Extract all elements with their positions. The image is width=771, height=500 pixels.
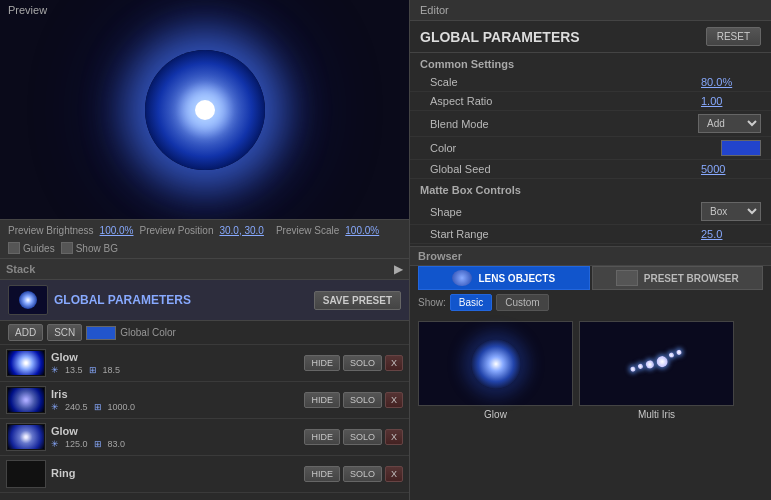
glow-preview bbox=[471, 339, 521, 389]
shape-label: Shape bbox=[430, 206, 701, 218]
layer-info: Glow ✳ 13.5 ⊞ 18.5 bbox=[51, 351, 299, 375]
scale-label: Scale bbox=[430, 76, 701, 88]
layer-thumb-iris bbox=[6, 386, 46, 414]
matte-box-title: Matte Box Controls bbox=[410, 179, 771, 199]
global-color-label: Global Color bbox=[120, 327, 176, 338]
layer-actions: HIDE SOLO X bbox=[304, 355, 403, 371]
layer-actions: HIDE SOLO X bbox=[304, 429, 403, 445]
hide-button[interactable]: HIDE bbox=[304, 355, 340, 371]
param1-value: 125.0 bbox=[65, 439, 88, 449]
lens-objects-tab[interactable]: LENS OBJECTS bbox=[418, 266, 590, 290]
multi-iris-visual bbox=[629, 349, 684, 378]
layer-item[interactable]: Glow ✳ 125.0 ⊞ 83.0 HIDE SOLO X bbox=[0, 419, 409, 456]
gp-thumbnail bbox=[8, 285, 48, 315]
guides-check[interactable]: Guides bbox=[8, 242, 55, 254]
iris-dot bbox=[644, 359, 654, 369]
basic-button[interactable]: Basic bbox=[450, 294, 492, 311]
stack-arrow-icon: ▶ bbox=[394, 262, 403, 276]
stack-section: Stack ▶ GLOBAL PARAMETERS SAVE PRESET AD… bbox=[0, 259, 409, 500]
multi-iris-label: Multi Iris bbox=[579, 409, 734, 420]
browser-thumb-glow bbox=[418, 321, 573, 406]
blend-mode-dropdown[interactable]: Add Screen Normal bbox=[698, 114, 761, 133]
browser-item-glow[interactable]: Glow bbox=[418, 321, 573, 420]
start-range-value[interactable]: 25.0 bbox=[701, 228, 761, 240]
global-params-bar: GLOBAL PARAMETERS SAVE PRESET bbox=[0, 280, 409, 321]
global-seed-label: Global Seed bbox=[430, 163, 701, 175]
preview-scale-value[interactable]: 100.0% bbox=[345, 225, 379, 236]
iris-dot bbox=[629, 366, 635, 372]
custom-button[interactable]: Custom bbox=[496, 294, 548, 311]
layer-item[interactable]: Glow ✳ 13.5 ⊞ 18.5 HIDE SOLO X bbox=[0, 345, 409, 382]
glow2-thumb-visual bbox=[8, 425, 44, 449]
aspect-ratio-value[interactable]: 1.00 bbox=[701, 95, 761, 107]
layer-name: Ring bbox=[51, 467, 299, 479]
common-settings-title: Common Settings bbox=[410, 53, 771, 73]
scale-row: Scale 80.0% bbox=[410, 73, 771, 92]
layer-thumb-glow1 bbox=[6, 349, 46, 377]
browser-section: Browser LENS OBJECTS PRESET BROWSER Show… bbox=[410, 246, 771, 426]
hide-button[interactable]: HIDE bbox=[304, 466, 340, 482]
browser-thumb-iris bbox=[579, 321, 734, 406]
hide-button[interactable]: HIDE bbox=[304, 392, 340, 408]
grid-icon: ⊞ bbox=[89, 365, 97, 375]
remove-button[interactable]: X bbox=[385, 355, 403, 371]
param2-value: 18.5 bbox=[103, 365, 121, 375]
main-layout: Preview Preview Brightness 100.0% Previe… bbox=[0, 0, 771, 500]
show-bg-checkbox[interactable] bbox=[61, 242, 73, 254]
param2-value: 83.0 bbox=[108, 439, 126, 449]
shape-row: Shape Box Circle Oval bbox=[410, 199, 771, 225]
scale-value[interactable]: 80.0% bbox=[701, 76, 761, 88]
color-swatch[interactable] bbox=[721, 140, 761, 156]
iris-thumb-visual bbox=[8, 388, 44, 412]
browser-grid: Glow bbox=[410, 315, 771, 426]
solo-button[interactable]: SOLO bbox=[343, 392, 382, 408]
show-label: Show: bbox=[418, 297, 446, 308]
start-range-label: Start Range bbox=[430, 228, 701, 240]
browser-item-multi-iris[interactable]: Multi Iris bbox=[579, 321, 734, 420]
global-color-swatch[interactable] bbox=[86, 326, 116, 340]
preview-label: Preview bbox=[8, 4, 47, 16]
global-seed-row: Global Seed 5000 bbox=[410, 160, 771, 179]
iris-preview bbox=[580, 322, 733, 405]
color-row: Color bbox=[410, 137, 771, 160]
preview-canvas bbox=[0, 0, 409, 219]
layer-item[interactable]: Ring HIDE SOLO X bbox=[0, 456, 409, 493]
guides-checkbox[interactable] bbox=[8, 242, 20, 254]
star-icon: ✳ bbox=[51, 365, 59, 375]
blend-mode-row: Blend Mode Add Screen Normal bbox=[410, 111, 771, 137]
shape-dropdown[interactable]: Box Circle Oval bbox=[701, 202, 761, 221]
show-bg-check[interactable]: Show BG bbox=[61, 242, 118, 254]
solo-button[interactable]: SOLO bbox=[343, 466, 382, 482]
iris-dot bbox=[655, 355, 669, 369]
add-button[interactable]: ADD bbox=[8, 324, 43, 341]
preview-position-value[interactable]: 30.0, 30.0 bbox=[219, 225, 263, 236]
gp-controls: ADD SCN Global Color bbox=[0, 321, 409, 345]
solo-button[interactable]: SOLO bbox=[343, 429, 382, 445]
remove-button[interactable]: X bbox=[385, 429, 403, 445]
browser-show-row: Show: Basic Custom bbox=[410, 290, 771, 315]
blend-mode-label: Blend Mode bbox=[430, 118, 698, 130]
browser-header: Browser bbox=[410, 247, 771, 266]
stack-title: Stack bbox=[6, 263, 394, 275]
layer-info: Iris ✳ 240.5 ⊞ 1000.0 bbox=[51, 388, 299, 412]
save-preset-button[interactable]: SAVE PRESET bbox=[314, 291, 401, 310]
stack-header: Stack ▶ bbox=[0, 259, 409, 280]
global-seed-value[interactable]: 5000 bbox=[701, 163, 761, 175]
scn-button[interactable]: SCN bbox=[47, 324, 82, 341]
glow-thumb-visual bbox=[8, 351, 44, 375]
layer-info: Ring bbox=[51, 467, 299, 481]
color-label: Color bbox=[430, 142, 721, 154]
reset-button[interactable]: RESET bbox=[706, 27, 761, 46]
iris-dot bbox=[637, 363, 643, 369]
right-panel: Editor GLOBAL PARAMETERS RESET Common Se… bbox=[410, 0, 771, 500]
hide-button[interactable]: HIDE bbox=[304, 429, 340, 445]
layer-actions: HIDE SOLO X bbox=[304, 392, 403, 408]
preset-browser-tab[interactable]: PRESET BROWSER bbox=[592, 266, 764, 290]
browser-label: Browser bbox=[418, 250, 462, 262]
layer-item[interactable]: Iris ✳ 240.5 ⊞ 1000.0 HIDE SOLO X bbox=[0, 382, 409, 419]
remove-button[interactable]: X bbox=[385, 466, 403, 482]
preview-brightness-value[interactable]: 100.0% bbox=[100, 225, 134, 236]
solo-button[interactable]: SOLO bbox=[343, 355, 382, 371]
layer-thumb-ring bbox=[6, 460, 46, 488]
remove-button[interactable]: X bbox=[385, 392, 403, 408]
